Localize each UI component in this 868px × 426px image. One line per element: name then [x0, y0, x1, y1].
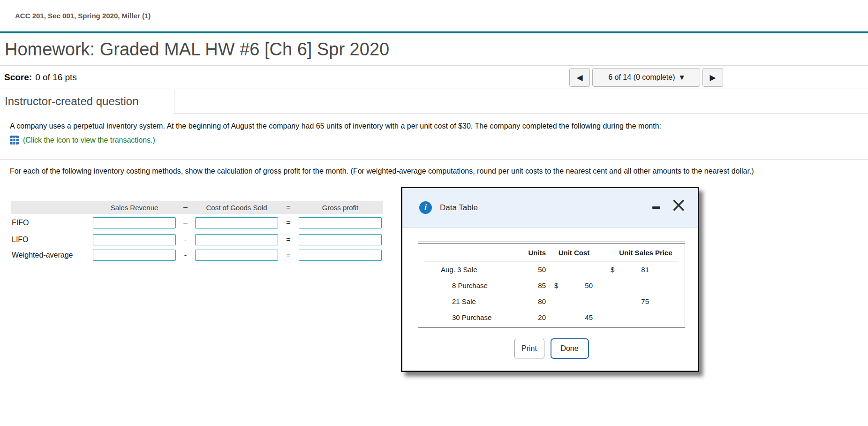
weighted-average-cogs-input[interactable]: [195, 250, 278, 261]
weighted-average-gross-profit-input[interactable]: [299, 250, 382, 261]
page-title: Homework: Graded MAL HW #6 [Ch 6] Spr 20…: [5, 39, 389, 60]
modal-title: Data Table: [440, 203, 478, 213]
fifo-gross-profit-input[interactable]: [299, 217, 382, 228]
lifo-gross-profit-input[interactable]: [299, 234, 382, 245]
done-button[interactable]: Done: [551, 338, 589, 359]
page: ACC 201, Sec 001, Spring 2020, Miller (1…: [0, 0, 868, 426]
transaction-label: Aug. 3 Sale: [424, 266, 522, 274]
transaction-label: 8 Purchase: [424, 281, 522, 289]
transactions-table-header: Units Unit Cost Unit Sales Price: [418, 244, 685, 261]
modal-button-row: Print Done: [418, 338, 685, 359]
equals-sign: =: [279, 214, 297, 232]
transaction-label: 30 Purchase: [424, 313, 522, 321]
table-row: Aug. 3 Sale 50 $ 81: [418, 261, 685, 277]
gross-profit-header: Gross profit: [297, 201, 383, 214]
prev-arrow-icon: ◀: [576, 74, 582, 82]
sales-revenue-header: Sales Revenue: [91, 201, 177, 214]
score-label: Score:: [4, 72, 32, 83]
fifo-sales-revenue-input[interactable]: [93, 217, 176, 228]
divider: [0, 159, 868, 160]
question-pager: ◀ 6 of 14 (0 complete) ▼ ▶: [569, 68, 723, 87]
unit-sales-dollar-sign: $: [593, 266, 616, 274]
row-label-lifo: LIFO: [11, 232, 91, 247]
close-button[interactable]: ×: [671, 195, 687, 215]
dropdown-arrow-icon: ▼: [680, 74, 684, 81]
table-row: 21 Sale 80 75: [418, 293, 685, 309]
minus-sign: –: [177, 214, 194, 232]
question-type-tab: Instructor-created question: [0, 89, 174, 114]
question-instructions: For each of the following inventory cost…: [10, 167, 868, 176]
unit-cost-value: 50: [567, 281, 593, 289]
data-table-modal: i Data Table × Units Unit Cost Unit Sale…: [401, 187, 699, 372]
score-value: 0 of 16 pts: [35, 72, 77, 83]
data-table-icon[interactable]: [10, 136, 19, 145]
course-title: ACC 201, Sec 001, Spring 2020, Miller (1…: [15, 12, 151, 20]
lifo-sales-revenue-input[interactable]: [93, 234, 176, 245]
units-value: 20: [522, 313, 546, 321]
modal-header: i Data Table ×: [402, 188, 698, 228]
view-transactions-link[interactable]: (Click the icon to view the transactions…: [23, 136, 155, 145]
transactions-link-row: (Click the icon to view the transactions…: [10, 136, 868, 145]
unit-cost-value: 45: [567, 313, 593, 321]
print-button[interactable]: Print: [514, 339, 544, 358]
minimize-button[interactable]: [650, 201, 662, 213]
question-select-dropdown[interactable]: 6 of 14 (0 complete) ▼: [592, 68, 700, 87]
unit-sales-value: 81: [616, 266, 649, 274]
next-question-button[interactable]: ▶: [702, 68, 723, 87]
weighted-average-sales-revenue-input[interactable]: [93, 250, 176, 261]
units-value: 85: [522, 281, 546, 289]
equals-sign: =: [279, 247, 297, 263]
row-label-fifo: FIFO: [11, 214, 91, 232]
table-bottom-rule: [418, 327, 685, 328]
question-type-row: Instructor-created question: [0, 89, 868, 114]
cogs-header: Cost of Goods Sold: [194, 201, 279, 214]
question-select-label: 6 of 14 (0 complete): [608, 73, 675, 82]
table-row: 30 Purchase 20 45: [418, 309, 685, 325]
unit-sales-value: 75: [616, 297, 649, 305]
units-value: 50: [522, 266, 546, 274]
transactions-table: Units Unit Cost Unit Sales Price Aug. 3 …: [418, 242, 685, 328]
info-icon: i: [419, 201, 432, 214]
equals-sign: =: [279, 232, 297, 247]
minus-sign-header: –: [177, 201, 194, 214]
prev-question-button[interactable]: ◀: [569, 68, 590, 87]
lifo-cogs-input[interactable]: [195, 234, 278, 245]
fifo-cogs-input[interactable]: [195, 217, 278, 228]
answer-header-spacer: [11, 201, 91, 214]
score-bar: Score: 0 of 16 pts ◀ 6 of 14 (0 complete…: [0, 65, 868, 89]
minus-sign: -: [177, 232, 194, 247]
minus-sign: -: [177, 247, 194, 263]
unit-cost-dollar-sign: $: [546, 281, 567, 289]
table-row: 8 Purchase 85 $ 50: [418, 277, 685, 293]
course-header: ACC 201, Sec 001, Spring 2020, Miller (1…: [0, 0, 868, 33]
transaction-label: 21 Sale: [424, 297, 522, 305]
equals-sign-header: =: [279, 201, 297, 214]
minimize-icon: [652, 206, 660, 209]
row-label-weighted-average: Weighted-average: [11, 247, 91, 263]
units-column-header: Units: [522, 249, 546, 257]
title-row: Homework: Graded MAL HW #6 [Ch 6] Spr 20…: [0, 33, 868, 65]
next-arrow-icon: ▶: [709, 74, 716, 82]
unit-sales-price-column-header: Unit Sales Price: [602, 249, 689, 257]
question-intro: A company uses a perpetual inventory sys…: [10, 122, 868, 131]
unit-cost-column-header: Unit Cost: [546, 249, 602, 257]
info-icon-glyph: i: [424, 203, 427, 213]
modal-body: Units Unit Cost Unit Sales Price Aug. 3 …: [402, 228, 698, 359]
close-icon: ×: [670, 195, 687, 215]
units-value: 80: [522, 297, 546, 305]
